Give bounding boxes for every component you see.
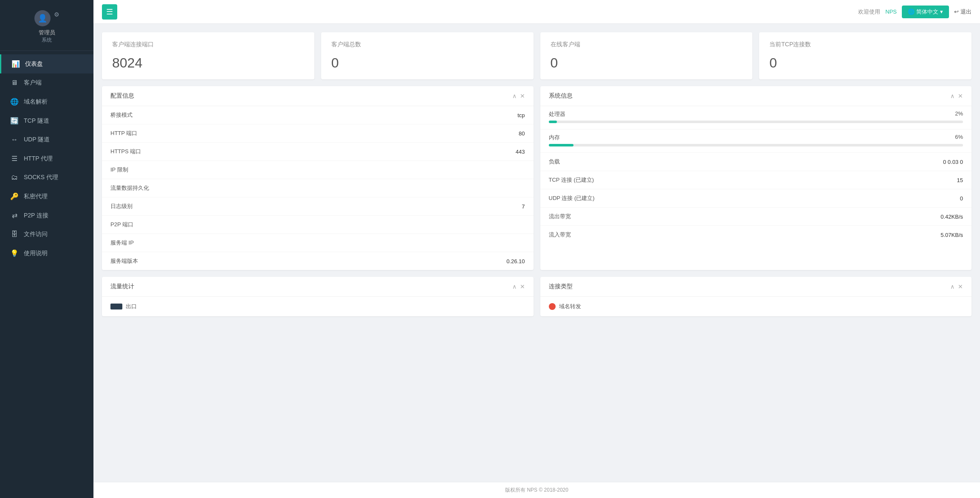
topbar-right: 欢迎使用 NPS 🌐 简体中文 ▾ ↩ 退出: [858, 6, 972, 18]
stat-label: 在线客户端: [551, 41, 743, 48]
nav-icon-help: 💡: [10, 249, 19, 257]
stats-row: 客户端连接端口 8024 客户端总数 0 在线客户端 0 当前TCP连接数 0: [102, 32, 972, 79]
app-name: NPS: [885, 8, 897, 15]
progress-row: 内存 6%: [540, 129, 972, 153]
nav-icon-client: 🖥: [10, 79, 19, 87]
topbar: ☰ 欢迎使用 NPS 🌐 简体中文 ▾ ↩ 退出: [93, 0, 980, 24]
system-panel-controls: ∧ ✕: [950, 93, 963, 99]
config-collapse-button[interactable]: ∧: [512, 93, 517, 99]
progress-bar-bg: [549, 144, 963, 146]
progress-value: 6%: [955, 134, 963, 141]
sidebar-item-socks[interactable]: 🗂 SOCKS 代理: [0, 168, 93, 187]
connection-panel-controls: ∧ ✕: [950, 283, 963, 290]
system-panel: 系统信息 ∧ ✕ 处理器 2% 内存 6% 负载 0 0.03 0: [540, 86, 972, 270]
sidebar-item-file[interactable]: 🗄 文件访问: [0, 225, 93, 244]
avatar: 👤: [34, 10, 51, 26]
config-key: 服务端 IP: [110, 239, 134, 247]
config-key: 流量数据持久化: [110, 184, 149, 192]
connection-collapse-button[interactable]: ∧: [950, 283, 955, 290]
connection-close-button[interactable]: ✕: [958, 283, 963, 290]
topbar-left: ☰: [102, 4, 117, 20]
nav-label-help: 使用说明: [24, 250, 48, 257]
stat-value: 0: [769, 55, 961, 71]
nav-label-dashboard: 仪表盘: [25, 60, 43, 68]
sidebar-item-tcp[interactable]: 🔄 TCP 隧道: [0, 111, 93, 130]
config-key: IP 限制: [110, 166, 128, 174]
logout-button[interactable]: ↩ 退出: [954, 8, 972, 16]
info-grid: 配置信息 ∧ ✕ 桥接模式 tcp HTTP 端口 80 HTTPS 端口 44…: [102, 86, 972, 270]
nav-icon-private: 🔑: [10, 192, 19, 200]
sidebar-item-private[interactable]: 🔑 私密代理: [0, 187, 93, 206]
config-panel-body: 桥接模式 tcp HTTP 端口 80 HTTPS 端口 443 IP 限制 流…: [102, 106, 534, 270]
sidebar-item-dashboard[interactable]: 📊 仪表盘: [0, 54, 93, 73]
config-key: HTTP 端口: [110, 129, 137, 137]
sys-val: 0 0.03 0: [943, 159, 963, 165]
config-panel: 配置信息 ∧ ✕ 桥接模式 tcp HTTP 端口 80 HTTPS 端口 44…: [102, 86, 534, 270]
sidebar-item-udp[interactable]: ↔ UDP 隧道: [0, 130, 93, 149]
sidebar-item-dns[interactable]: 🌐 域名解析: [0, 92, 93, 111]
stat-value: 8024: [112, 55, 304, 71]
config-row: 桥接模式 tcp: [102, 106, 534, 124]
config-key: P2P 端口: [110, 221, 133, 228]
progress-label-row: 处理器 2%: [549, 110, 963, 118]
progress-row: 处理器 2%: [540, 106, 972, 129]
nav-label-client: 客户端: [24, 79, 42, 87]
system-panel-header: 系统信息 ∧ ✕: [540, 86, 972, 106]
sidebar-item-client[interactable]: 🖥 客户端: [0, 73, 93, 92]
nav-icon-tcp: 🔄: [10, 117, 19, 125]
system-panel-body: 处理器 2% 内存 6% 负载 0 0.03 0 TCP 连接 (已建立) 15…: [540, 106, 972, 244]
language-button[interactable]: 🌐 简体中文 ▾: [902, 6, 949, 18]
config-row: 日志级别 7: [102, 197, 534, 216]
nav-icon-dashboard: 📊: [11, 60, 20, 68]
config-key: 桥接模式: [110, 111, 133, 119]
chevron-down-icon: ▾: [940, 8, 943, 15]
sidebar-item-http[interactable]: ☰ HTTP 代理: [0, 149, 93, 168]
config-close-button[interactable]: ✕: [520, 93, 525, 99]
system-collapse-button[interactable]: ∧: [950, 93, 955, 99]
nav-icon-udp: ↔: [10, 136, 19, 143]
stat-label: 客户端总数: [331, 41, 523, 48]
stat-label: 客户端连接端口: [112, 41, 304, 48]
config-row: HTTPS 端口 443: [102, 143, 534, 161]
config-row: 服务端 IP: [102, 234, 534, 252]
sidebar-nav: 📊 仪表盘 🖥 客户端 🌐 域名解析 🔄 TCP 隧道 ↔ UDP 隧道 ☰ H…: [0, 51, 93, 498]
nav-label-dns: 域名解析: [24, 98, 48, 106]
sys-val: 5.07KB/s: [940, 232, 963, 238]
traffic-collapse-button[interactable]: ∧: [512, 283, 517, 290]
system-close-button[interactable]: ✕: [958, 93, 963, 99]
avatar-area: 👤 ⚙: [34, 10, 59, 26]
sidebar-item-help[interactable]: 💡 使用说明: [0, 244, 93, 263]
connection-legend-label: 域名转发: [559, 303, 581, 310]
welcome-text: 欢迎使用: [858, 8, 880, 16]
sys-key: 负载: [549, 158, 560, 166]
config-key: 日志级别: [110, 203, 133, 210]
traffic-legend-box: [110, 304, 122, 309]
traffic-close-button[interactable]: ✕: [520, 283, 525, 290]
sidebar-item-p2p[interactable]: ⇄ P2P 连接: [0, 206, 93, 225]
footer: 版权所有 NPS © 2018-2020: [93, 482, 980, 498]
progress-label: 内存: [549, 134, 560, 141]
nav-icon-p2p: ⇄: [10, 211, 19, 219]
sidebar: 👤 ⚙ 管理员 系统 📊 仪表盘 🖥 客户端 🌐 域名解析 🔄 TCP 隧道 ↔…: [0, 0, 93, 498]
sys-key: 流出带宽: [549, 213, 571, 220]
nav-label-file: 文件访问: [24, 231, 48, 238]
traffic-panel-controls: ∧ ✕: [512, 283, 525, 290]
globe-icon: 🌐: [908, 8, 915, 15]
stat-card: 客户端总数 0: [321, 32, 534, 79]
config-row: IP 限制: [102, 161, 534, 179]
progress-label: 处理器: [549, 110, 565, 118]
footer-text: 版权所有 NPS © 2018-2020: [505, 487, 568, 493]
traffic-panel-header: 流量统计 ∧ ✕: [102, 277, 534, 297]
config-key: HTTPS 端口: [110, 148, 141, 155]
traffic-panel: 流量统计 ∧ ✕ 出口: [102, 277, 534, 316]
gear-icon[interactable]: ⚙: [54, 11, 59, 18]
nav-icon-dns: 🌐: [10, 98, 19, 106]
traffic-panel-title: 流量统计: [110, 283, 134, 290]
nav-icon-socks: 🗂: [10, 174, 19, 181]
system-panel-title: 系统信息: [549, 92, 573, 100]
config-row: 服务端版本 0.26.10: [102, 252, 534, 270]
menu-toggle-button[interactable]: ☰: [102, 4, 117, 20]
nav-label-socks: SOCKS 代理: [24, 174, 58, 181]
sidebar-header: 👤 ⚙ 管理员 系统: [0, 0, 93, 51]
config-val: 443: [516, 149, 525, 155]
